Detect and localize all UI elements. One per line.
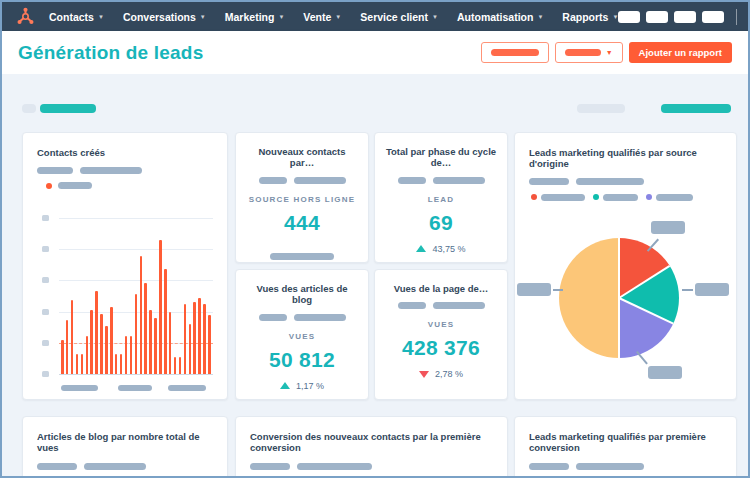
bar xyxy=(164,269,167,374)
pie-slice-divider xyxy=(618,298,620,358)
y-tick-placeholder xyxy=(42,215,49,221)
button-label-placeholder xyxy=(565,49,601,56)
bar xyxy=(144,283,147,374)
bar xyxy=(61,340,64,374)
bar xyxy=(189,324,192,374)
placeholder-bar xyxy=(576,463,644,470)
bar-chart-legend xyxy=(46,182,213,189)
nav-item-rapports[interactable]: Rapports▼ xyxy=(562,11,618,23)
trend-up-icon xyxy=(416,245,426,252)
delta-value: 1,17 % xyxy=(296,381,324,391)
card-title: Total par phase du cycle de… xyxy=(385,146,497,169)
card-lifecycle-total: Total par phase du cycle de… LEAD 69 43,… xyxy=(374,132,508,263)
card-mql-first-conversion: Leads marketing qualifiés par première c… xyxy=(514,416,737,478)
nav-divider xyxy=(736,9,737,25)
y-tick-placeholder xyxy=(42,277,49,283)
bar xyxy=(81,354,84,374)
nav-item-label: Service client xyxy=(360,11,428,23)
bar xyxy=(90,310,93,374)
metric-value: 50 812 xyxy=(246,348,358,372)
legend-label-placeholder xyxy=(603,194,638,201)
legend-item xyxy=(531,194,585,201)
bar xyxy=(66,320,69,374)
dashboard-main: Contacts créés xyxy=(2,74,748,476)
card-blog-views: Vues des articles de blog VUES 50 812 1,… xyxy=(235,269,369,400)
card-subtitle-placeholders xyxy=(385,302,497,309)
bar xyxy=(135,294,138,374)
placeholder-bar xyxy=(250,463,290,470)
trend-down-icon xyxy=(419,371,429,378)
chevron-down-icon: ▼ xyxy=(278,14,284,20)
card-contacts-created: Contacts créés xyxy=(22,132,228,400)
filter-pill-placeholder-right[interactable] xyxy=(577,104,625,113)
bar xyxy=(71,300,74,374)
card-blog-total-views: Articles de blog par nombre total de vue… xyxy=(22,416,228,478)
bars-container xyxy=(61,218,211,374)
chevron-down-icon: ▼ xyxy=(537,14,543,20)
nav-tool-icon-placeholder-4[interactable] xyxy=(702,11,724,23)
bar xyxy=(120,354,123,374)
metric-label: VUES xyxy=(246,332,358,341)
placeholder-bar xyxy=(398,302,426,309)
bar xyxy=(149,310,152,374)
placeholder-bar xyxy=(433,302,485,309)
date-filter-pill[interactable] xyxy=(40,104,96,113)
delta-value: 43,75 % xyxy=(432,244,465,254)
bar xyxy=(193,302,196,374)
metric-value: 444 xyxy=(246,211,358,235)
placeholder-bar xyxy=(270,253,334,260)
bar xyxy=(86,336,89,374)
bar xyxy=(125,336,128,374)
nav-item-vente[interactable]: Vente▼ xyxy=(303,11,341,23)
metric-label: SOURCE HORS LIGNE xyxy=(246,195,358,204)
bar xyxy=(115,354,118,374)
dashboard-filter-button[interactable] xyxy=(481,42,549,63)
dashboard-actions-dropdown[interactable]: ▼ xyxy=(555,42,623,63)
nav-item-marketing[interactable]: Marketing▼ xyxy=(225,11,285,23)
chevron-down-icon: ▼ xyxy=(200,14,206,20)
bar xyxy=(174,357,177,374)
pie-chart[interactable] xyxy=(559,238,679,358)
nav-item-label: Vente xyxy=(303,11,331,23)
metric-value: 428 376 xyxy=(385,336,497,360)
nav-tool-icon-placeholder-1[interactable] xyxy=(618,11,640,23)
nav-item-automatisation[interactable]: Automatisation▼ xyxy=(457,11,543,23)
bar xyxy=(95,291,98,374)
legend-dot-icon xyxy=(646,194,652,200)
filter-pill-placeholder[interactable] xyxy=(22,104,36,113)
nav-item-label: Automatisation xyxy=(457,11,533,23)
metric-footer-placeholder xyxy=(246,246,358,264)
y-tick-placeholder xyxy=(42,246,49,252)
hubspot-logo-icon[interactable] xyxy=(16,7,35,26)
card-title: Vues des articles de blog xyxy=(246,283,358,306)
placeholder-bar xyxy=(529,178,569,185)
placeholder-bar xyxy=(433,177,485,184)
hubspot-dashboard-page: Contacts▼Conversations▼Marketing▼Vente▼S… xyxy=(0,0,750,478)
nav-item-conversations[interactable]: Conversations▼ xyxy=(123,11,206,23)
bar xyxy=(179,357,182,374)
bar-chart[interactable] xyxy=(59,218,213,375)
pie-callout-placeholder xyxy=(651,221,685,234)
card-title: Vues de la page de… xyxy=(385,283,497,294)
view-toggle-pill[interactable] xyxy=(661,104,731,113)
nav-item-label: Marketing xyxy=(225,11,275,23)
bar xyxy=(110,307,113,374)
nav-tool-icon-placeholder-2[interactable] xyxy=(646,11,668,23)
card-subtitle-placeholders xyxy=(250,463,493,470)
add-report-button[interactable]: Ajouter un rapport xyxy=(629,42,732,63)
placeholder-bar xyxy=(84,463,146,470)
nav-tool-icon-placeholder-3[interactable] xyxy=(674,11,696,23)
nav-item-service-client[interactable]: Service client▼ xyxy=(360,11,438,23)
y-tick-placeholder xyxy=(42,340,49,346)
nav-item-contacts[interactable]: Contacts▼ xyxy=(49,11,104,23)
metric-label: LEAD xyxy=(385,195,497,204)
card-subtitle-placeholders xyxy=(246,314,358,321)
card-new-contacts: Nouveaux contacts par… SOURCE HORS LIGNE… xyxy=(235,132,369,263)
bar xyxy=(159,240,162,374)
delta-row: 43,75 % xyxy=(385,244,497,254)
y-tick-placeholder xyxy=(42,309,49,315)
legend-label-placeholder xyxy=(58,182,92,189)
metric-value: 69 xyxy=(385,211,497,235)
placeholder-bar xyxy=(576,178,644,185)
pie-callout-placeholder xyxy=(695,283,729,296)
